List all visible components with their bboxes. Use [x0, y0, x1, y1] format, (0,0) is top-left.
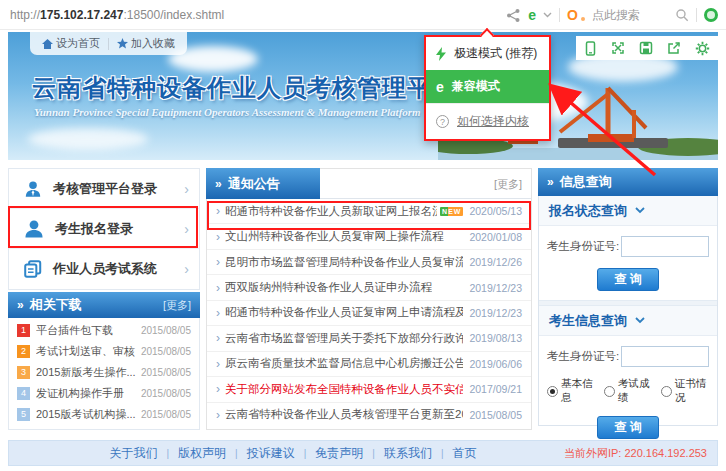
notices-more-link[interactable]: [更多] [494, 169, 522, 199]
site-banner: 设为首页 加入收藏 云南省特种设备作业人员考核管理平台 Yunnan Provi… [8, 32, 718, 160]
chevron-down-icon [635, 317, 645, 324]
chevron-right-icon: › [216, 306, 220, 320]
footer-link-complaint[interactable]: 投诉建议 [247, 445, 295, 462]
download-item[interactable]: 4 发证机构操作手册 2015/08/05 [9, 383, 199, 404]
notice-item[interactable]: › 关于部分网站发布全国特种设备作业人员不实信息... 2017/09/21 [207, 377, 531, 402]
chevron-right-icon: › [216, 331, 220, 345]
fullscreen-icon[interactable] [611, 41, 625, 55]
sidebar-item-admin-login[interactable]: 考核管理平台登录 › [9, 169, 199, 209]
radio-certificate-status[interactable]: 证书情况 [661, 377, 711, 405]
external-ip-display: 当前外网IP: 220.164.192.253 [564, 446, 707, 461]
search-input[interactable]: 点此搜索 [592, 7, 640, 24]
chevron-right-icon: › [216, 255, 220, 269]
url-path: :18500/index.shtml [123, 8, 224, 22]
exam-card-icon [23, 259, 43, 279]
menu-item-fast-mode[interactable]: 极速模式 (推荐) [426, 37, 549, 70]
chevron-down-icon [635, 207, 645, 214]
url-host: 175.102.17.247 [40, 8, 123, 22]
chevron-right-icon: › [216, 281, 220, 295]
info-id-input[interactable] [621, 346, 709, 367]
notice-item[interactable]: › 文山州特种设备作业人员复审网上操作流程 2020/01/08 [207, 224, 531, 249]
id-number-label: 考生身份证号: [547, 239, 619, 254]
menu-item-compat-mode[interactable]: e 兼容模式 [426, 70, 549, 103]
star-icon [117, 38, 128, 49]
export-share-icon[interactable] [667, 41, 681, 55]
downloads-list: 1 平台插件包下载 2015/08/05 2 考试计划送审、审核 ... 201… [8, 318, 200, 430]
notice-item[interactable]: › 云南省特种设备作业人员考核管理平台更新至20... 2015/08/05 [207, 403, 531, 427]
person-tie-icon [23, 179, 43, 199]
footer-link-about[interactable]: 关于我们 [109, 445, 157, 462]
info-type-radios: 基本信息 考试成绩 证书情况 [539, 367, 717, 405]
notice-item[interactable]: › 云南省市场监督管理局关于委托下放部分行政许可... 2019/08/13 [207, 326, 531, 351]
footer-link-copyright[interactable]: 版权声明 [178, 445, 226, 462]
footer-link-disclaimer[interactable]: 免责声明 [315, 445, 363, 462]
home-icon [42, 39, 53, 49]
radio-exam-score[interactable]: 考试成绩 [604, 377, 654, 405]
notice-item[interactable]: › 原云南省质量技术监督局信息中心机房搬迁公告 2019/06/06 [207, 352, 531, 377]
mobile-view-icon[interactable] [584, 41, 597, 56]
status-query-button[interactable]: 查 询 [597, 268, 659, 291]
notice-item[interactable]: › 昭通市特种设备作业人员证复审网上申请流程及相... 2019/12/23 [207, 301, 531, 326]
notices-list: › 昭通市特种设备作业人员新取证网上报名流程 NEW 2020/05/13 › … [207, 199, 531, 427]
menu-item-engine-help[interactable]: ? 如何选择内核 [426, 103, 549, 139]
browser-logo-icon[interactable] [704, 8, 718, 22]
engine-mode-icon[interactable]: e [528, 8, 536, 22]
login-panel: 考核管理平台登录 › 考生报名登录 › 作业人员考试系统 › [8, 168, 200, 290]
chevron-right-icon: › [216, 408, 220, 422]
info-query-button[interactable]: 查 询 [597, 416, 659, 439]
downloads-title: 相关下载 [30, 296, 82, 314]
sidebar-item-exam-system[interactable]: 作业人员考试系统 › [9, 249, 199, 289]
download-item[interactable]: 1 平台插件包下载 2015/08/05 [9, 320, 199, 341]
address-bar[interactable]: http://175.102.17.247:18500/index.shtml [10, 0, 224, 30]
search-engine-logo-dot [581, 17, 585, 21]
new-badge: NEW [440, 207, 463, 216]
chevron-right-icon: › [216, 204, 220, 218]
rank-badge: 1 [17, 324, 30, 337]
tab-notices[interactable]: » 通知公告 [206, 168, 320, 199]
question-icon: ? [436, 115, 449, 128]
engine-dropdown-chevron-icon[interactable] [543, 12, 552, 18]
status-id-input[interactable] [621, 236, 709, 257]
lightning-icon [436, 47, 446, 61]
rank-badge: 5 [17, 408, 30, 421]
sidebar-item-candidate-login[interactable]: 考生报名登录 › [9, 209, 199, 249]
query-title: 信息查询 [560, 173, 612, 191]
browser-toolbar: http://175.102.17.247:18500/index.shtml … [0, 0, 726, 30]
share-icon[interactable] [506, 8, 521, 23]
download-item[interactable]: 2 考试计划送审、审核 ... 2015/08/05 [9, 341, 199, 362]
set-homepage-link[interactable]: 设为首页 [42, 36, 100, 51]
search-engine-logo-icon[interactable]: O [567, 7, 578, 23]
radio-icon [661, 386, 672, 397]
page-tools-bar [576, 36, 718, 60]
radio-selected-icon [547, 386, 558, 397]
id-number-label: 考生身份证号: [547, 349, 619, 364]
notices-header-bar: » 通知公告 [更多] [207, 169, 531, 199]
rank-badge: 2 [17, 345, 30, 358]
toolbar-divider [696, 8, 697, 22]
notice-item[interactable]: › 昭通市特种设备作业人员新取证网上报名流程 NEW 2020/05/13 [207, 199, 531, 224]
chevron-right-icon: › [184, 221, 189, 237]
radio-basic-info[interactable]: 基本信息 [547, 377, 597, 405]
save-page-icon[interactable] [639, 41, 653, 55]
info-query-section-header[interactable]: 考生信息查询 [539, 306, 717, 336]
quicklinks-bar: 设为首页 加入收藏 [30, 32, 187, 55]
notice-item[interactable]: › 昆明市市场监督管理局特种设备作业人员复审流程... 2019/12/26 [207, 250, 531, 275]
gear-icon[interactable] [695, 41, 710, 56]
add-favorite-link[interactable]: 加入收藏 [117, 36, 175, 51]
ie-engine-icon: e [436, 79, 444, 95]
toolbar-divider [559, 8, 560, 22]
footer-link-contact[interactable]: 联系我们 [384, 445, 432, 462]
downloads-more-link[interactable]: [更多] [163, 298, 191, 313]
download-item[interactable]: 3 2015新版考生操作... 2015/08/05 [9, 362, 199, 383]
rank-badge: 3 [17, 366, 30, 379]
notice-item[interactable]: › 西双版纳州特种设备作业人员证申办流程 2019/12/23 [207, 275, 531, 300]
notices-panel: » 通知公告 [更多] › 昭通市特种设备作业人员新取证网上报名流程 NEW 2… [206, 168, 532, 430]
downloads-panel-header: » 相关下载 [更多] [8, 292, 200, 318]
search-icon[interactable] [675, 8, 689, 22]
download-item[interactable]: 5 2015版考试机构操... 2015/08/05 [9, 404, 199, 425]
query-panel-header: » 信息查询 [538, 168, 718, 196]
status-query-section-header[interactable]: 报名状态查询 [539, 196, 717, 226]
rank-badge: 4 [17, 387, 30, 400]
footer-link-home[interactable]: 首页 [453, 445, 477, 462]
chevron-right-icon: › [216, 230, 220, 244]
